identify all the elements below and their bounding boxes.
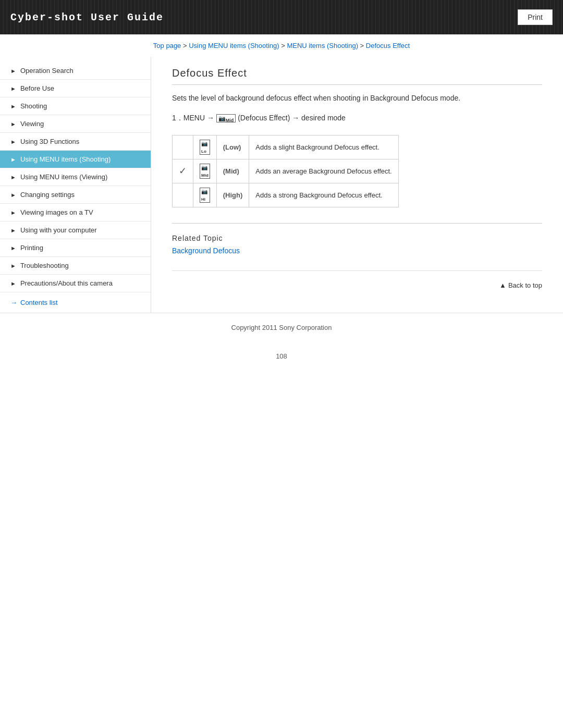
sidebar-item-changing-settings[interactable]: ► Changing settings	[0, 186, 151, 204]
breadcrumb-defocus-effect[interactable]: Defocus Effect	[366, 42, 410, 50]
back-to-top-link[interactable]: ▲ Back to top	[499, 281, 542, 289]
mode-desc-low: Adds a slight Background Defocus effect.	[249, 135, 398, 159]
contents-list-label: Contents list	[20, 299, 58, 306]
main-layout: ► Operation Search ► Before Use ► Shooti…	[0, 57, 563, 313]
sidebar-item-label: Changing settings	[20, 191, 75, 199]
arrow-icon: ►	[10, 280, 16, 287]
selection-cell	[173, 135, 193, 159]
mode-desc-high: Adds a strong Background Defocus effect.	[249, 183, 398, 207]
site-title: Cyber-shot User Guide	[10, 11, 164, 23]
back-to-top-row: ▲ Back to top	[172, 270, 542, 294]
sidebar-item-label: Using MENU items (Shooting)	[20, 155, 111, 163]
arrow-icon: ►	[10, 227, 16, 233]
sidebar-item-label: Troubleshooting	[20, 262, 69, 269]
related-topic-title: Related Topic	[172, 234, 542, 242]
breadcrumb-menu-items-shooting[interactable]: MENU items (Shooting)	[287, 42, 358, 50]
background-defocus-link[interactable]: Background Defocus	[172, 246, 240, 255]
sidebar-item-label: Precautions/About this camera	[20, 279, 113, 287]
mode-icon-mid: 📷Mid	[193, 159, 217, 183]
breadcrumb: Top page > Using MENU items (Shooting) >…	[0, 34, 563, 57]
mode-label-high: (High)	[216, 183, 249, 207]
sidebar-item-using-3d[interactable]: ► Using 3D Functions	[0, 133, 151, 151]
arrow-icon: ►	[10, 174, 16, 180]
mode-desc-mid: Adds an average Background Defocus effec…	[249, 159, 398, 183]
sidebar-item-operation-search[interactable]: ► Operation Search	[0, 62, 151, 80]
sidebar-item-before-use[interactable]: ► Before Use	[0, 80, 151, 97]
instruction-text: 1．MENU → 📷Mid (Defocus Effect) → desired…	[172, 112, 542, 125]
sidebar-item-label: Viewing images on a TV	[20, 208, 93, 216]
arrow-icon: ►	[10, 85, 16, 92]
sidebar-item-label: Shooting	[20, 102, 47, 110]
breadcrumb-sep2: >	[281, 42, 287, 50]
sidebar-item-label: Using MENU items (Viewing)	[20, 173, 107, 181]
breadcrumb-sep3: >	[360, 42, 366, 50]
arrow-icon: ►	[10, 263, 16, 269]
sidebar-item-label: Before Use	[20, 84, 54, 92]
copyright-text: Copyright 2011 Sony Corporation	[231, 324, 332, 331]
sidebar-item-troubleshooting[interactable]: ► Troubleshooting	[0, 257, 151, 275]
mode-label-low: (Low)	[216, 135, 249, 159]
description-text: Sets the level of background defocus eff…	[172, 92, 542, 104]
sidebar-item-label: Operation Search	[20, 67, 74, 75]
breadcrumb-using-menu-shooting[interactable]: Using MENU items (Shooting)	[189, 42, 279, 50]
sidebar-item-label: Viewing	[20, 120, 44, 128]
page-title: Defocus Effect	[172, 67, 542, 85]
arrow-right-icon: →	[10, 299, 17, 306]
sidebar-item-using-menu-viewing[interactable]: ► Using MENU items (Viewing)	[0, 168, 151, 186]
arrow-icon: ►	[10, 192, 16, 198]
table-row: 📷Lo (Low) Adds a slight Background Defoc…	[173, 135, 399, 159]
arrow-icon: ►	[10, 156, 16, 163]
triangle-up-icon: ▲	[499, 281, 506, 289]
sidebar-item-printing[interactable]: ► Printing	[0, 239, 151, 257]
content-area: Defocus Effect Sets the level of backgro…	[151, 57, 563, 310]
mode-label-mid: (Mid)	[216, 159, 249, 183]
sidebar: ► Operation Search ► Before Use ► Shooti…	[0, 57, 151, 313]
arrow-icon: ►	[10, 103, 16, 109]
sidebar-item-using-computer[interactable]: ► Using with your computer	[0, 221, 151, 239]
arrow-icon: ►	[10, 68, 16, 74]
back-to-top-label: Back to top	[508, 281, 542, 289]
breadcrumb-top-page[interactable]: Top page	[153, 42, 181, 50]
table-row: 📷Hi (High) Adds a strong Background Defo…	[173, 183, 399, 207]
checkmark-icon: ✓	[179, 166, 187, 176]
header: Cyber-shot User Guide Print	[0, 0, 563, 34]
contents-list-link[interactable]: → Contents list	[0, 292, 151, 313]
footer: Copyright 2011 Sony Corporation	[0, 313, 563, 342]
sidebar-item-label: Using 3D Functions	[20, 138, 79, 145]
sidebar-item-label: Printing	[20, 244, 43, 252]
mode-icon-high: 📷Hi	[193, 183, 217, 207]
page-number: 108	[0, 342, 563, 371]
sidebar-item-precautions[interactable]: ► Precautions/About this camera	[0, 275, 151, 292]
breadcrumb-sep1: >	[183, 42, 189, 50]
print-button[interactable]: Print	[518, 9, 553, 25]
defocus-table: 📷Lo (Low) Adds a slight Background Defoc…	[172, 135, 399, 207]
sidebar-item-viewing[interactable]: ► Viewing	[0, 115, 151, 133]
arrow-icon: ►	[10, 121, 16, 127]
sidebar-item-viewing-tv[interactable]: ► Viewing images on a TV	[0, 204, 151, 221]
sidebar-item-shooting[interactable]: ► Shooting	[0, 97, 151, 115]
table-row: ✓ 📷Mid (Mid) Adds an average Background …	[173, 159, 399, 183]
arrow-icon: ►	[10, 245, 16, 251]
selection-cell-mid: ✓	[173, 159, 193, 183]
arrow-icon: ►	[10, 209, 16, 216]
selection-cell-high	[173, 183, 193, 207]
sidebar-item-using-menu-shooting[interactable]: ► Using MENU items (Shooting)	[0, 151, 151, 168]
related-topic-section: Related Topic Background Defocus	[172, 223, 542, 255]
mode-icon-low: 📷Lo	[193, 135, 217, 159]
sidebar-item-label: Using with your computer	[20, 226, 97, 234]
arrow-icon: ►	[10, 139, 16, 145]
